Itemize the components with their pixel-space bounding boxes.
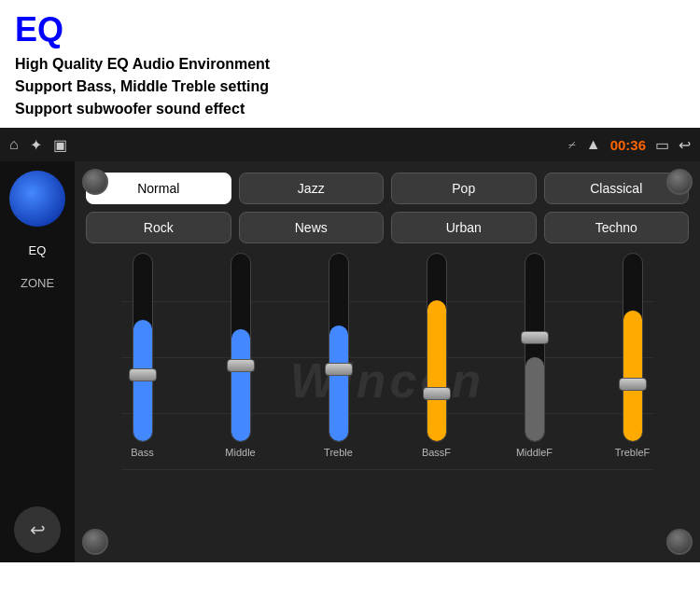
slider-group-bassf[interactable]: BassF: [389, 253, 483, 458]
home-icon[interactable]: ⌂: [9, 136, 19, 153]
status-left-icons: ⌂ ✦ ▣: [9, 136, 67, 154]
slider-label-bassf: BassF: [422, 447, 451, 458]
slider-handle-bassf[interactable]: [423, 387, 451, 400]
sidebar-bottom: ↩: [14, 506, 61, 562]
preset-techno[interactable]: Techno: [544, 212, 690, 243]
status-time: 00:36: [610, 137, 646, 153]
sliders-container: BassMiddleTrebleBassFMiddleFTrebleF: [86, 253, 689, 458]
knob-bottom-left[interactable]: [82, 529, 108, 555]
slider-fill-treble: [329, 325, 348, 442]
image-icon[interactable]: ▣: [53, 136, 67, 154]
slider-group-middlef[interactable]: MiddleF: [487, 253, 581, 458]
desc-line1: High Quality EQ Audio Environment: [15, 53, 685, 76]
slider-handle-middlef[interactable]: [521, 331, 549, 344]
knob-top-right[interactable]: [666, 169, 693, 195]
slider-label-bass: Bass: [131, 447, 153, 458]
preset-rock[interactable]: Rock: [86, 212, 231, 243]
slider-track-bassf[interactable]: [427, 253, 447, 442]
slider-label-treble: Treble: [324, 447, 353, 458]
eq-title: EQ: [15, 9, 685, 49]
eq-description: High Quality EQ Audio Environment Suppor…: [15, 53, 685, 120]
slider-handle-middle[interactable]: [227, 359, 255, 372]
status-bar: ⌂ ✦ ▣ ⌿ ▲ 00:36 ▭ ↩: [0, 128, 700, 161]
slider-group-middle[interactable]: Middle: [193, 253, 287, 458]
slider-group-bass[interactable]: Bass: [95, 253, 189, 458]
preset-row-1: Normal Jazz Pop Classical: [86, 173, 689, 204]
slider-group-treble[interactable]: Treble: [291, 253, 385, 458]
screen-icon: ▭: [655, 136, 669, 154]
preset-pop[interactable]: Pop: [391, 173, 537, 204]
slider-group-treblef[interactable]: TrebleF: [585, 253, 679, 458]
sidebar-item-zone[interactable]: ZONE: [0, 267, 75, 299]
preset-news[interactable]: News: [239, 212, 385, 243]
slider-fill-middle: [231, 329, 250, 442]
sidebar-logo: [9, 171, 65, 227]
slider-track-middle[interactable]: [231, 253, 251, 442]
slider-track-bass[interactable]: [133, 253, 153, 442]
back-icon[interactable]: ↩: [679, 136, 691, 154]
slider-label-middle: Middle: [225, 447, 255, 458]
sidebar: EQ ZONE ↩: [0, 161, 75, 562]
slider-label-treblef: TrebleF: [615, 447, 651, 458]
settings-icon[interactable]: ✦: [30, 136, 42, 154]
preset-urban[interactable]: Urban: [391, 212, 537, 243]
slider-handle-treble[interactable]: [325, 363, 353, 376]
slider-track-treblef[interactable]: [623, 253, 643, 442]
slider-label-middlef: MiddleF: [516, 447, 553, 458]
slider-fill-middlef: [525, 357, 544, 441]
slider-handle-treblef[interactable]: [619, 378, 647, 391]
preset-jazz[interactable]: Jazz: [239, 173, 385, 204]
preset-row-2: Rock News Urban Techno: [86, 212, 689, 243]
main-area: EQ ZONE ↩ Normal Jazz Pop Classi: [0, 161, 700, 562]
bluetooth-icon: ⌿: [567, 136, 577, 153]
desc-line3: Support subwoofer sound effect: [15, 98, 685, 120]
desc-line2: Support Bass, Middle Treble setting: [15, 76, 685, 98]
eq-panel: Normal Jazz Pop Classical Rock News Urba…: [75, 161, 700, 562]
slider-track-treble[interactable]: [329, 253, 349, 442]
slider-fill-bassf: [427, 300, 446, 441]
signal-icon: ▲: [586, 136, 601, 153]
knob-bottom-right[interactable]: [666, 529, 693, 555]
slider-handle-bass[interactable]: [129, 368, 157, 381]
knob-top-left[interactable]: [82, 169, 108, 195]
status-right-area: ⌿ ▲ 00:36 ▭ ↩: [567, 136, 691, 154]
slider-fill-treblef: [623, 311, 642, 442]
sidebar-item-eq[interactable]: EQ: [0, 234, 75, 267]
back-button[interactable]: ↩: [14, 506, 61, 553]
header: EQ High Quality EQ Audio Environment Sup…: [0, 0, 700, 128]
slider-track-middlef[interactable]: [525, 253, 545, 442]
